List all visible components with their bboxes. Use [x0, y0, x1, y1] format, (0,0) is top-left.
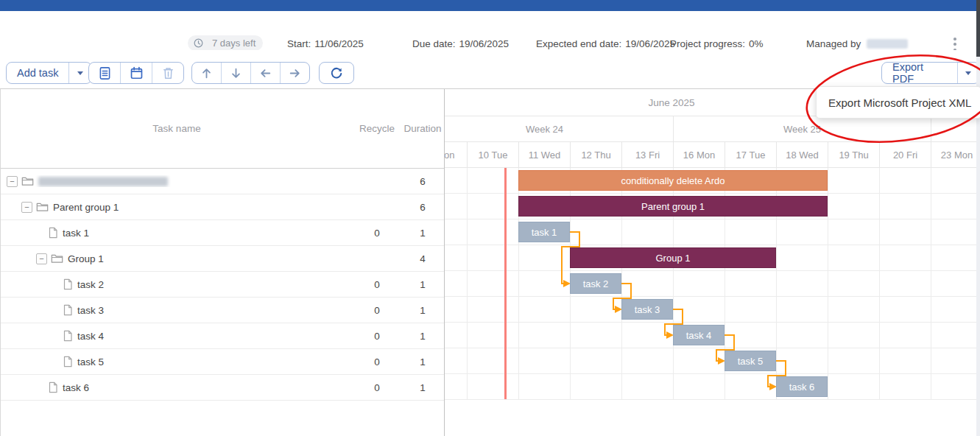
- bar-label: conditionally delete Ardo: [621, 175, 725, 186]
- add-task-button[interactable]: Add task: [7, 63, 68, 83]
- move-task-down-button[interactable]: [221, 63, 250, 83]
- bar-label: task 6: [789, 382, 815, 393]
- managed-by-label: Managed by: [806, 38, 861, 49]
- task-details-button[interactable]: [89, 63, 120, 83]
- due-value: 19/06/2025: [459, 38, 510, 49]
- file-icon: [63, 304, 73, 316]
- move-task-right-button[interactable]: [280, 63, 309, 83]
- column-header-task-name: Task name: [1, 123, 353, 134]
- task-name-cell: task 2: [1, 278, 353, 290]
- task-name-label: task 1: [63, 228, 89, 239]
- day-header-cell: 9 Mon: [444, 142, 467, 168]
- day-header-cell: 19 Thu: [828, 142, 879, 168]
- day-header-cell: 10 Tue: [467, 142, 518, 168]
- refresh-button[interactable]: [319, 62, 354, 84]
- recycle-cell: 0: [353, 228, 401, 239]
- day-header-cell: 16 Mon: [673, 142, 725, 168]
- grid-row[interactable]: task 401: [1, 323, 444, 349]
- grid-row[interactable]: −Parent group 16: [1, 194, 444, 220]
- move-button-group: [191, 62, 310, 84]
- recycle-cell: 0: [353, 331, 401, 342]
- kebab-menu-icon[interactable]: [951, 38, 959, 51]
- recycle-cell: 0: [353, 305, 401, 316]
- task-name-label: task 2: [77, 279, 104, 290]
- task-bar[interactable]: task 3: [621, 299, 673, 320]
- grid-row[interactable]: task 601: [1, 375, 444, 401]
- project-header: 7 days left Start:11/06/2025 Due date:19…: [0, 11, 980, 50]
- task-bar[interactable]: task 1: [518, 222, 570, 242]
- task-list-header: Task name Recycle Duration: [1, 89, 444, 169]
- task-bar[interactable]: task 2: [570, 273, 621, 294]
- vertical-scrollbar[interactable]: [976, 0, 980, 436]
- chevron-down-icon: [77, 71, 83, 75]
- collapse-toggle-icon[interactable]: −: [21, 202, 32, 213]
- export-pdf-button[interactable]: Export PDF: [882, 63, 957, 83]
- day-header-cell: 18 Wed: [776, 142, 828, 168]
- group-bar[interactable]: Group 1: [570, 247, 776, 268]
- grid-row[interactable]: task 201: [1, 272, 444, 298]
- edit-button-group: [88, 62, 184, 84]
- days-left-text: 7 days left: [212, 38, 255, 49]
- duration-cell: 6: [401, 202, 444, 213]
- task-list-panel: Task name Recycle Duration −6−Parent gro…: [0, 89, 444, 436]
- task-name-label: task 4: [77, 331, 104, 342]
- folder-icon: [36, 201, 49, 213]
- arrow-up-icon: [200, 66, 214, 80]
- file-icon: [63, 330, 73, 342]
- project-bar[interactable]: conditionally delete Ardo: [518, 170, 828, 191]
- start-value: 11/06/2025: [314, 38, 364, 49]
- task-name-cell: task 4: [1, 330, 353, 342]
- timeline-body: conditionally delete ArdoParent group 1t…: [445, 168, 980, 400]
- scrollbar-thumb[interactable]: [976, 0, 980, 57]
- timeline-day-row: 9 Mon10 Tue11 Wed12 Thu13 Fri16 Mon17 Tu…: [445, 142, 980, 168]
- gantt-app: 7 days left Start:11/06/2025 Due date:19…: [0, 0, 980, 436]
- grid-row[interactable]: task 301: [1, 298, 444, 323]
- gantt-toolbar: Add task Export PDF: [0, 50, 980, 88]
- day-header-cell: 11 Wed: [518, 142, 570, 168]
- file-icon: [48, 227, 58, 239]
- task-name-label: Group 1: [68, 253, 104, 264]
- day-header-cell: 17 Tue: [725, 142, 776, 168]
- collapse-toggle-icon[interactable]: −: [7, 176, 18, 187]
- task-name-label: task 6: [63, 382, 89, 393]
- delete-task-button[interactable]: [152, 63, 183, 83]
- grid-row[interactable]: task 501: [1, 349, 444, 375]
- task-bar[interactable]: task 5: [725, 351, 776, 371]
- collapse-toggle-icon[interactable]: −: [36, 253, 47, 264]
- move-task-up-button[interactable]: [192, 63, 221, 83]
- duration-cell: 6: [401, 176, 444, 187]
- task-bar[interactable]: task 4: [673, 325, 725, 345]
- file-icon: [63, 278, 73, 290]
- clock-icon: [193, 38, 204, 49]
- grid-row[interactable]: task 101: [1, 220, 444, 246]
- task-name-cell: task 6: [1, 382, 353, 393]
- day-header-cell: 13 Fri: [621, 142, 673, 168]
- recycle-cell: 0: [353, 382, 401, 393]
- start-label: Start:: [287, 38, 311, 49]
- timeline-week-row: Week 24Week 25: [445, 116, 980, 142]
- bar-label: task 5: [738, 356, 764, 367]
- progress-label: Project progress:: [670, 38, 745, 49]
- duration-cell: 1: [401, 331, 444, 342]
- week-header-cell: Week 25: [673, 116, 931, 142]
- due-date-field: Due date:19/06/2025: [412, 38, 509, 49]
- duration-cell: 1: [401, 356, 444, 368]
- bar-label: task 1: [532, 227, 557, 238]
- task-bar[interactable]: task 6: [776, 376, 828, 397]
- file-icon: [63, 356, 73, 368]
- task-name-cell: task 5: [1, 356, 353, 368]
- calendar-button[interactable]: [120, 63, 152, 83]
- grid-row[interactable]: −Group 14: [1, 246, 444, 272]
- menu-item-export-microsoft-project-xml[interactable]: Export Microsoft Project XML: [817, 96, 980, 109]
- day-header-cell: 20 Fri: [879, 142, 931, 168]
- task-name-label: task 5: [77, 356, 104, 368]
- export-dropdown-menu: Export Microsoft Project XML: [816, 86, 980, 119]
- grid-row[interactable]: −6: [1, 169, 444, 194]
- bar-label: task 3: [635, 304, 660, 315]
- app-top-bar: [0, 0, 976, 11]
- duration-cell: 1: [401, 279, 444, 290]
- group-bar[interactable]: Parent group 1: [518, 196, 828, 217]
- move-task-left-button[interactable]: [250, 63, 280, 83]
- task-name-cell: task 1: [1, 227, 353, 239]
- chevron-down-icon: [965, 71, 971, 75]
